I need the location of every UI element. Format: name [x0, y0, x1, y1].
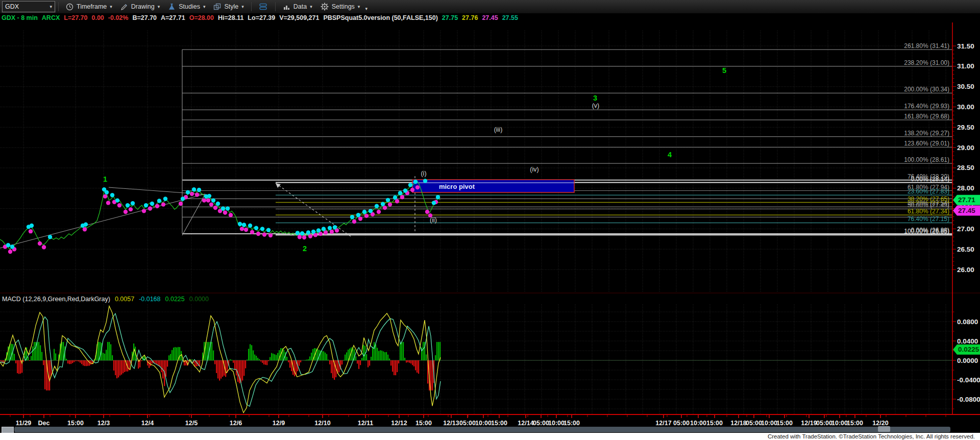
swing-dot-magenta: [415, 185, 420, 189]
macd-histogram-bar: [387, 355, 388, 360]
macd-histogram-bar: [61, 342, 62, 360]
wave-label-3[interactable]: 3: [593, 94, 597, 102]
wave-label-1[interactable]: 1: [103, 175, 107, 183]
swing-dot-magenta: [358, 216, 362, 221]
swing-dot-cyan: [242, 223, 246, 227]
macd-histogram-bar: [259, 359, 260, 360]
time-axis[interactable]: 11/29Dec15:0012/312/412/512/612/912/1012…: [0, 414, 980, 427]
price-axis[interactable]: 31.5031.0030.5030.0029.5029.0028.5028.00…: [952, 22, 980, 414]
swing-dot-magenta: [213, 206, 217, 210]
macd-histogram-bar: [409, 360, 410, 363]
elliott-wave-labels[interactable]: 12345(i)(ii)(iii)(iv)(v): [103, 66, 726, 253]
dashed-line: [276, 183, 351, 236]
macd-histogram-bar: [176, 348, 177, 360]
wave-label-iii[interactable]: (iii): [494, 126, 503, 133]
macd-histogram-bar: [262, 360, 263, 363]
time-axis-label: 12/9: [273, 420, 285, 427]
macd-histogram-bar: [398, 360, 399, 363]
macd-histogram-bar: [20, 360, 21, 374]
wave-label-2[interactable]: 2: [303, 245, 307, 253]
time-axis-label: 15:00: [67, 420, 84, 427]
fib-retracement-label: 0.00% (28.14): [911, 176, 949, 183]
macd-histogram-bar: [245, 360, 246, 369]
macd-histogram-bar: [239, 360, 240, 383]
macd-histogram-bar: [381, 351, 382, 360]
macd-histogram-bar: [423, 342, 424, 360]
macd-histogram-bar: [86, 360, 87, 366]
macd-histogram-bar: [265, 360, 266, 365]
macd-histogram-bar: [270, 357, 271, 360]
price-axis-label: 31.50: [957, 42, 974, 50]
macd-histogram-bar: [300, 360, 301, 362]
fib-extension-label: 261.80% (31.41): [904, 42, 949, 50]
time-axis-label: 12/20: [872, 420, 888, 427]
swing-dot-cyan: [10, 245, 14, 249]
macd-histogram-bar: [233, 360, 234, 363]
wave-label-4[interactable]: 4: [668, 151, 672, 159]
macd-histogram-bar: [17, 360, 18, 373]
price-axis-label: 26.00: [957, 266, 974, 274]
macd-histogram-bar: [67, 360, 68, 363]
swing-dot-cyan: [221, 206, 225, 210]
macd-axis-label: 0.0400: [957, 337, 978, 345]
macd-histogram-bar: [236, 360, 237, 376]
swing-dot-magenta: [124, 210, 128, 214]
time-axis-label: 10:00: [548, 420, 565, 427]
macd-histogram-bar: [254, 355, 255, 360]
swing-dot-cyan: [144, 203, 148, 207]
swing-dot-cyan: [296, 231, 300, 235]
macd-histogram-bar: [412, 360, 413, 365]
swing-dot-cyan: [328, 226, 332, 230]
macd-histogram-bar: [74, 360, 75, 362]
time-axis-label: 12/12: [391, 420, 407, 427]
swing-dot-cyan: [186, 190, 190, 194]
macd-histogram-bar: [52, 360, 53, 360]
price-axis-label: 30.50: [957, 83, 974, 90]
swing-dot-magenta: [400, 195, 404, 199]
macd-histogram-bar: [263, 360, 264, 364]
swing-dot-magenta: [8, 250, 12, 254]
wave-label-v[interactable]: (v): [592, 102, 600, 109]
scrollbar-track[interactable]: [14, 427, 950, 432]
wave-label-i[interactable]: (i): [421, 170, 426, 177]
macd-histogram-bar: [150, 360, 151, 366]
chart-canvas[interactable]: micro pivot12345(i)(ii)(iii)(iv)(v)261.8…: [0, 0, 980, 440]
price-axis-label: 29.00: [957, 144, 974, 152]
scrollbar-thumb[interactable]: [878, 426, 890, 432]
swing-dot-magenta: [223, 210, 227, 214]
macd-histogram-bar: [277, 353, 278, 360]
swing-dot-magenta: [106, 201, 110, 205]
price-axis-label: 28.00: [957, 184, 974, 192]
macd-axis-label: -0.0800: [957, 396, 980, 403]
swing-dot-cyan: [254, 226, 258, 230]
macd-histogram-bar: [355, 356, 356, 360]
macd-histogram-bar: [214, 360, 215, 364]
macd-histogram-bar: [165, 360, 166, 377]
macd-histogram-bar: [168, 355, 169, 360]
wave-label-iv[interactable]: (iv): [530, 166, 538, 173]
time-axis-label: 15:00: [491, 420, 507, 427]
swing-dot-cyan: [408, 183, 412, 187]
swing-dot-cyan: [381, 202, 385, 206]
price-series: [0, 179, 440, 254]
macd-values: 0.0057-0.01680.02250.0000: [115, 296, 213, 303]
macd-histogram-bar: [271, 353, 272, 360]
macd-histogram-bar: [250, 344, 251, 360]
swing-dot-magenta: [209, 202, 213, 206]
time-axis-label: 12/14: [518, 420, 533, 427]
wave-label-5[interactable]: 5: [722, 66, 726, 75]
macd-histogram-bar: [103, 353, 104, 360]
time-axis-label: 12/4: [141, 420, 154, 427]
horizontal-scrollbar[interactable]: [0, 426, 980, 433]
swing-dot-magenta: [298, 235, 302, 239]
micro-pivot-box[interactable]: micro pivot: [412, 180, 574, 192]
time-axis-label: 15:00: [415, 420, 432, 427]
macd-histogram-bar: [70, 360, 71, 364]
macd-histogram-bar: [341, 360, 342, 364]
fib-extension-lines[interactable]: [182, 50, 952, 234]
swing-dot-cyan: [333, 225, 337, 229]
macd-histogram-bar: [268, 360, 269, 361]
swing-dot-cyan: [207, 194, 211, 198]
wave-label-ii[interactable]: (ii): [430, 216, 437, 224]
macd-histogram-bar: [139, 360, 140, 368]
